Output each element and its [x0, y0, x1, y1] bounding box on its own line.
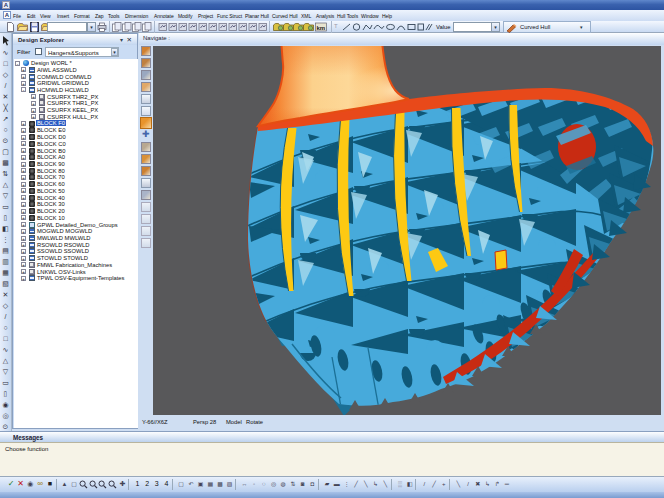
- svg-text:km: km: [317, 25, 326, 31]
